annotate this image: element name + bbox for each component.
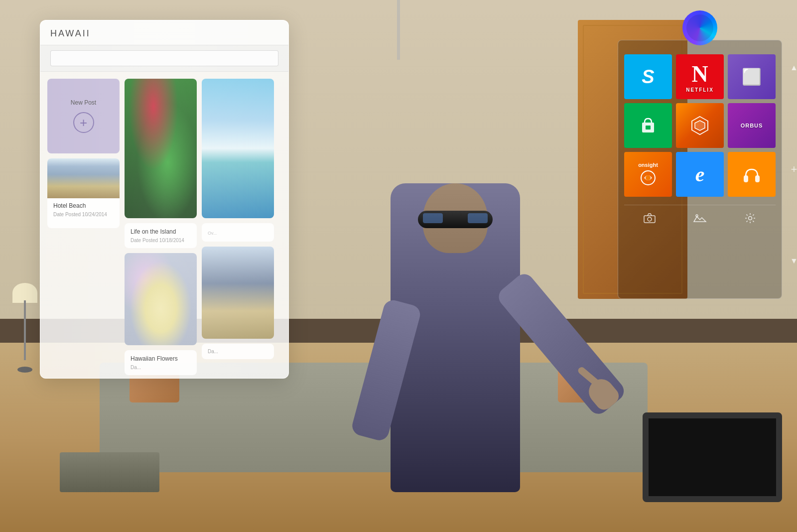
store-icon: [638, 116, 658, 135]
flower-photo: [125, 253, 197, 345]
lamp-shade: [12, 283, 37, 303]
tile-music[interactable]: [728, 152, 776, 197]
search-bar[interactable]: [50, 50, 278, 66]
holo-panel-right: ▲ S N NETFLIX ⬜ ORBUS: [618, 40, 782, 299]
tropical-photo: [125, 79, 197, 218]
onsight-label: onsight: [638, 162, 658, 168]
tile-skype[interactable]: S: [624, 54, 672, 99]
svg-point-9: [648, 217, 652, 221]
person: [361, 114, 550, 492]
tile-ie[interactable]: e: [676, 152, 724, 197]
holo-panel-left: HAWAII New Post + Hotel Beach Date Poste…: [40, 20, 289, 379]
minecraft-icon: ⬜: [742, 67, 762, 86]
app-tiles-grid: S N NETFLIX ⬜ ORBUS onsight: [624, 54, 776, 197]
svg-point-10: [696, 215, 698, 217]
person-arm-left: [350, 298, 422, 442]
tile-minecraft[interactable]: ⬜: [728, 54, 776, 99]
settings-icon[interactable]: [741, 209, 759, 227]
beach-clouds-photo: [202, 79, 274, 218]
ie-icon: e: [695, 162, 705, 186]
onsight-icon: [639, 169, 657, 187]
svg-rect-7: [755, 175, 760, 182]
camera-icon[interactable]: [641, 209, 659, 227]
hotel-beach-card[interactable]: Hotel Beach Date Posted 10/24/2014: [47, 158, 120, 228]
panorama-icon[interactable]: [691, 209, 709, 227]
scroll-down-arrow[interactable]: ▼: [787, 254, 797, 268]
coffee-table: [60, 452, 159, 492]
pointing-finger: [577, 366, 600, 387]
new-post-label: New Post: [71, 99, 96, 106]
headphones-icon: [742, 164, 762, 184]
tile-onsight[interactable]: onsight: [624, 152, 672, 197]
hawaiian-flowers-date: Da...: [131, 365, 191, 370]
lamp-pole: [24, 300, 26, 360]
netflix-icon: N: [691, 61, 708, 87]
hotel-beach-title: Hotel Beach: [53, 202, 114, 209]
person-head: [423, 183, 488, 253]
panel-col-3: Ov... Da...: [202, 79, 274, 373]
cortana-circle[interactable]: [682, 10, 717, 45]
svg-marker-3: [695, 121, 705, 131]
overflow-card: Ov...: [202, 223, 274, 242]
panel-header: HAWAII: [40, 20, 288, 45]
lamp: [15, 283, 35, 373]
island-life-title: Life on the Island: [131, 228, 191, 235]
hotel-beach-date: Date Posted 10/24/2014: [53, 212, 114, 217]
tile-store[interactable]: [624, 103, 672, 148]
lamp-base: [17, 367, 32, 373]
hawaiian-flowers-title: Hawaiian Flowers: [131, 355, 191, 362]
tv-screen: [643, 412, 782, 502]
flower-photo-card[interactable]: [125, 253, 197, 345]
beach-clouds-card[interactable]: [202, 79, 274, 218]
panel-content: New Post + Hotel Beach Date Posted 10/24…: [40, 72, 288, 379]
scroll-up-arrow[interactable]: ▲: [787, 60, 797, 75]
add-tile-button[interactable]: +: [787, 162, 797, 177]
date-partial-card: Da...: [202, 344, 274, 359]
skype-icon: S: [642, 66, 654, 88]
panel-col-1: New Post + Hotel Beach Date Posted 10/24…: [47, 79, 120, 373]
ceiling-mount: [397, 0, 400, 60]
tile-netflix[interactable]: N NETFLIX: [676, 54, 724, 99]
plus-icon: +: [73, 112, 94, 133]
island-life-date: Date Posted 10/18/2014: [131, 238, 191, 243]
hotel-beach-photo: [47, 158, 120, 198]
search-area: [40, 45, 288, 72]
hololens-headset: [418, 211, 493, 228]
new-post-card[interactable]: New Post +: [47, 79, 120, 153]
holo-icon: [689, 115, 711, 136]
hotel-view-photo: [202, 247, 274, 339]
cortana-inner: [686, 14, 713, 41]
svg-rect-6: [744, 175, 748, 182]
tile-holo[interactable]: [676, 103, 724, 148]
hawaiian-flowers-card[interactable]: Hawaiian Flowers Da...: [125, 350, 197, 375]
cortana-ring: [682, 10, 717, 45]
panel-title: HAWAII: [50, 28, 278, 39]
orbus-label: ORBUS: [741, 123, 763, 129]
svg-rect-1: [646, 126, 651, 130]
hotel-view-card[interactable]: [202, 247, 274, 339]
tropical-photo-card[interactable]: [125, 79, 197, 218]
panel-col-2: Life on the Island Date Posted 10/18/201…: [125, 79, 197, 373]
svg-rect-8: [644, 216, 655, 223]
person-body: [391, 183, 520, 492]
bottom-icons-row: [624, 205, 776, 231]
svg-point-5: [646, 175, 651, 180]
svg-point-11: [749, 217, 752, 220]
tile-orbus[interactable]: ORBUS: [728, 103, 776, 148]
netflix-label: NETFLIX: [686, 87, 714, 93]
island-life-card[interactable]: Life on the Island Date Posted 10/18/201…: [125, 223, 197, 248]
